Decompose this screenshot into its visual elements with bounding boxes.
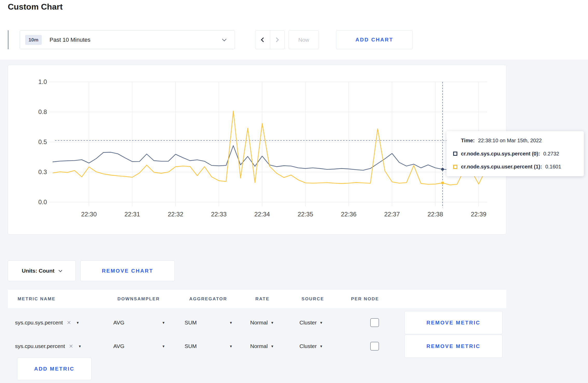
add-metric-button[interactable]: ADD METRIC [17,358,92,380]
svg-text:22:33: 22:33 [211,211,227,218]
clear-metric-icon[interactable]: ✕ [67,320,71,326]
time-forward-button[interactable] [270,31,285,49]
rate-select[interactable]: Normal ▼ [250,311,274,335]
tooltip-series-value: 0.2732 [543,151,559,157]
source-select[interactable]: Cluster ▼ [299,311,323,335]
column-header-aggregator: AGGREGATOR [189,290,227,308]
remove-chart-button[interactable]: REMOVE CHART [80,260,175,281]
caret-down-icon: ▼ [271,344,274,348]
tooltip-series-name: cr.node.sys.cpu.sys.percent (0): [461,151,540,157]
svg-text:0.5: 0.5 [38,138,47,145]
svg-text:22:31: 22:31 [124,211,140,218]
caret-down-icon: ▼ [320,321,323,325]
chevron-down-icon [222,37,227,41]
time-window-badge: 10m [25,35,42,45]
caret-down-icon: ▼ [162,344,165,348]
source-value: Cluster [299,320,317,326]
page-title: Custom Chart [8,2,63,12]
downsampler-select[interactable]: AVG ▼ [113,334,165,358]
aggregator-value: SUM [185,320,197,326]
column-header-per-node: PER NODE [351,290,379,308]
svg-text:22:38: 22:38 [428,211,443,218]
svg-text:22:34: 22:34 [254,211,270,218]
caret-down-icon: ▼ [76,321,79,325]
time-nav-group [255,30,285,49]
source-select[interactable]: Cluster ▼ [299,334,323,358]
units-label: Units: Count [22,268,54,274]
time-window-label: Past 10 Minutes [50,37,90,43]
chart-tooltip: Time: 22:38:10 on Mar 15th, 2022 cr.node… [446,131,584,176]
chevron-left-icon [261,37,265,42]
time-back-button[interactable] [255,31,270,49]
svg-text:1.0: 1.0 [38,78,47,85]
metric-name-select[interactable]: sys.cpu.sys.percent ✕ ▼ [15,311,79,335]
metrics-table-header: METRIC NAME DOWNSAMPLER AGGREGATOR RATE … [8,290,506,308]
custom-chart[interactable]: 0.00.30.50.81.022:3022:3122:3222:3322:34… [8,65,506,234]
downsampler-value: AVG [113,320,124,326]
tooltip-series-row: cr.node.sys.cpu.sys.percent (0): 0.2732 [453,151,577,157]
toolbar-divider [8,30,9,49]
column-header-rate: RATE [255,290,270,308]
downsampler-value: AVG [113,343,124,349]
series-swatch-icon [453,152,457,156]
aggregator-value: SUM [185,343,197,349]
column-header-source: SOURCE [302,290,324,308]
caret-down-icon: ▼ [320,344,323,348]
rate-value: Normal [250,343,268,349]
tooltip-time-value: 22:38:10 on Mar 15th, 2022 [478,138,542,144]
custom-chart-page: Custom Chart 10m Past 10 Minutes Now ADD… [0,0,588,383]
tooltip-spacer [453,139,457,143]
series-swatch-icon [453,165,457,169]
svg-text:22:32: 22:32 [168,211,183,218]
units-select[interactable]: Units: Count [8,260,76,281]
metric-name-value: sys.cpu.sys.percent [15,320,63,326]
chart-card: 0.00.30.50.81.022:3022:3122:3222:3322:34… [8,65,506,235]
svg-text:0.8: 0.8 [38,108,47,115]
aggregator-select[interactable]: SUM ▼ [185,334,233,358]
time-window-select[interactable]: 10m Past 10 Minutes [20,30,235,49]
page-header: Custom Chart 10m Past 10 Minutes Now ADD… [0,0,588,60]
metric-row: sys.cpu.user.percent ✕ ▼ AVG ▼ SUM ▼ Nor… [8,334,506,358]
svg-text:22:37: 22:37 [384,211,400,218]
tooltip-time-label: Time: [461,138,475,144]
rate-select[interactable]: Normal ▼ [250,334,274,358]
tooltip-series-name: cr.node.sys.cpu.user.percent (1): [461,164,542,170]
svg-text:0.3: 0.3 [38,168,47,175]
caret-down-icon: ▼ [229,321,233,325]
svg-text:0.0: 0.0 [38,198,47,205]
rate-value: Normal [250,320,268,326]
per-node-checkbox[interactable] [370,342,379,351]
add-chart-button[interactable]: ADD CHART [336,30,413,49]
clear-metric-icon[interactable]: ✕ [69,343,73,349]
tooltip-series-value: 0.1601 [545,164,561,170]
caret-down-icon: ▼ [78,344,81,348]
remove-metric-button[interactable]: REMOVE METRIC [404,335,502,358]
svg-text:22:39: 22:39 [471,211,486,218]
caret-down-icon: ▼ [271,321,274,325]
column-header-metric-name: METRIC NAME [18,290,55,308]
now-button[interactable]: Now [289,30,319,49]
metric-name-select[interactable]: sys.cpu.user.percent ✕ ▼ [15,334,81,358]
metric-name-value: sys.cpu.user.percent [15,343,65,349]
chevron-right-icon [274,37,279,42]
source-value: Cluster [299,343,317,349]
column-header-downsampler: DOWNSAMPLER [117,290,160,308]
aggregator-select[interactable]: SUM ▼ [185,311,233,335]
svg-text:22:36: 22:36 [341,211,356,218]
tooltip-time-row: Time: 22:38:10 on Mar 15th, 2022 [453,138,577,144]
caret-down-icon: ▼ [229,344,233,348]
svg-text:22:35: 22:35 [298,211,313,218]
downsampler-select[interactable]: AVG ▼ [113,311,165,335]
per-node-checkbox[interactable] [370,318,379,327]
tooltip-series-row: cr.node.sys.cpu.user.percent (1): 0.1601 [453,164,577,170]
remove-metric-button[interactable]: REMOVE METRIC [404,311,502,334]
svg-text:22:30: 22:30 [81,211,97,218]
caret-down-icon: ▼ [162,321,165,325]
metric-row: sys.cpu.sys.percent ✕ ▼ AVG ▼ SUM ▼ Norm… [8,311,506,335]
chevron-down-icon [59,268,62,272]
